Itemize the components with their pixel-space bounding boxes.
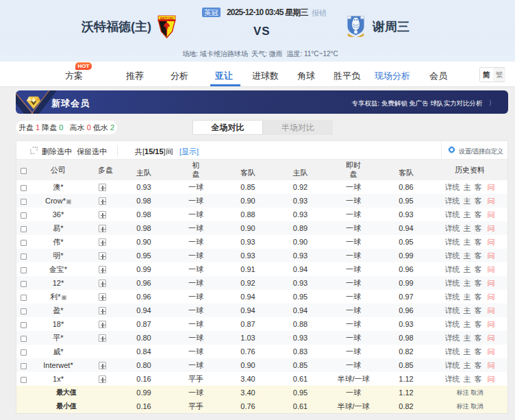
svg-text:WATFORD: WATFORD bbox=[160, 16, 174, 20]
